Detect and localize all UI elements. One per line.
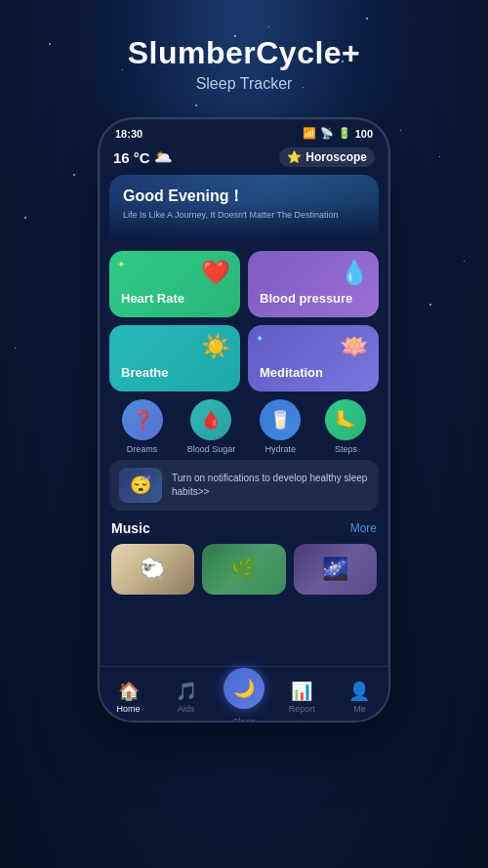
status-right: 📶 📡 🔋 100 bbox=[303, 127, 373, 140]
music-section-title: Music bbox=[111, 520, 150, 536]
battery-level: 100 bbox=[355, 128, 373, 140]
music-card-cosmos[interactable]: 🌌 bbox=[294, 544, 377, 595]
greeting-text: Good Evening！ bbox=[123, 186, 365, 207]
feature-row: ❓ Dreams 🩸 Blood Sugar 🥛 Hydrate 🦶 bbox=[109, 399, 379, 454]
dreams-item[interactable]: ❓ Dreams bbox=[122, 399, 163, 454]
cosmos-emoji: 🌌 bbox=[322, 557, 348, 582]
notification-text: Turn on notifications to develop healthy… bbox=[172, 472, 369, 499]
music-more-button[interactable]: More bbox=[350, 521, 377, 535]
music-card-nature[interactable]: 🌿 bbox=[202, 544, 285, 595]
home-icon: 🏠 bbox=[118, 681, 140, 702]
heart-rate-label: Heart Rate bbox=[121, 291, 228, 306]
hydrate-icon: 🥛 bbox=[269, 409, 291, 431]
hero-banner: Good Evening！ Life Is Like A Journey, It… bbox=[109, 175, 379, 243]
heart-rate-icon: ❤️ bbox=[201, 259, 230, 286]
blood-sugar-label: Blood Sugar bbox=[187, 444, 236, 454]
nature-emoji: 🌿 bbox=[230, 557, 257, 582]
meditation-label: Meditation bbox=[260, 365, 367, 380]
temperature-unit: °C bbox=[134, 149, 150, 166]
wifi-icon: 📶 bbox=[303, 127, 316, 140]
dreams-circle: ❓ bbox=[122, 399, 163, 440]
steps-icon: 🦶 bbox=[335, 409, 356, 431]
app-title: SlumberCycle+ bbox=[0, 35, 488, 71]
meditation-icon: 🪷 bbox=[340, 333, 369, 360]
blood-sugar-circle: 🩸 bbox=[190, 399, 231, 440]
home-label: Home bbox=[117, 704, 141, 714]
horoscope-label: Horoscope bbox=[305, 150, 367, 164]
notification-thumbnail: 😴 bbox=[119, 468, 162, 503]
steps-circle: 🦶 bbox=[325, 399, 366, 440]
breathe-icon: ☀️ bbox=[201, 333, 230, 360]
steps-item[interactable]: 🦶 Steps bbox=[325, 399, 366, 454]
music-section-header: Music More bbox=[111, 520, 377, 536]
app-subtitle: Sleep Tracker bbox=[0, 75, 488, 93]
nav-sleep[interactable]: 🌙 Sleep bbox=[215, 662, 272, 723]
music-section: Music More 🐑 🌿 🌌 bbox=[100, 517, 388, 600]
dreams-icon: ❓ bbox=[132, 409, 153, 431]
sleep-label: Sleep bbox=[232, 717, 255, 723]
bottom-navigation: 🏠 Home 🎵 Aids 🌙 Sleep 📊 Report 👤 Me bbox=[100, 666, 388, 721]
blood-pressure-icon: 💧 bbox=[340, 259, 369, 286]
blood-pressure-card[interactable]: 💧 Blood pressure bbox=[248, 251, 379, 317]
battery-indicator: 🔋 bbox=[338, 127, 351, 140]
steps-label: Steps bbox=[335, 444, 357, 454]
hydrate-circle: 🥛 bbox=[260, 399, 301, 440]
aids-label: Aids bbox=[178, 704, 195, 714]
nav-me[interactable]: 👤 Me bbox=[331, 675, 388, 714]
me-icon: 👤 bbox=[348, 681, 370, 702]
nav-aids[interactable]: 🎵 Aids bbox=[157, 675, 215, 714]
notification-thumb-emoji: 😴 bbox=[130, 475, 151, 496]
breathe-card[interactable]: ☀️ Breathe bbox=[109, 325, 240, 392]
music-cards: 🐑 🌿 🌌 bbox=[111, 544, 377, 595]
phone-frame: 18:30 📶 📡 🔋 100 16 °C 🌥️ ⭐ Horoscope bbox=[98, 117, 390, 723]
sheep-emoji: 🐑 bbox=[140, 557, 166, 582]
notification-bar[interactable]: 😴 Turn on notifications to develop healt… bbox=[109, 460, 379, 511]
temperature-value: 16 bbox=[113, 149, 130, 166]
dreams-label: Dreams bbox=[127, 444, 158, 454]
music-card-sheep[interactable]: 🐑 bbox=[111, 544, 194, 595]
nav-home[interactable]: 🏠 Home bbox=[100, 675, 157, 714]
horoscope-button[interactable]: ⭐ Horoscope bbox=[279, 147, 375, 167]
report-icon: 📊 bbox=[291, 681, 312, 702]
status-time: 18:30 bbox=[115, 128, 142, 140]
quick-grid: ✦ ❤️ Heart Rate 💧 Blood pressure ☀️ Brea… bbox=[109, 251, 379, 392]
phone-content: 18:30 📶 📡 🔋 100 16 °C 🌥️ ⭐ Horoscope bbox=[100, 119, 388, 666]
sparkle-icon-2: ✦ bbox=[256, 333, 264, 344]
report-label: Report bbox=[289, 704, 315, 714]
blood-pressure-label: Blood pressure bbox=[260, 291, 367, 306]
greeting-subtitle: Life Is Like A Journey, It Doesn't Matte… bbox=[123, 210, 365, 220]
heart-rate-card[interactable]: ✦ ❤️ Heart Rate bbox=[109, 251, 240, 317]
sleep-icon: 🌙 bbox=[233, 678, 255, 699]
signal-icon: 📡 bbox=[320, 127, 334, 140]
meditation-card[interactable]: ✦ 🪷 Meditation bbox=[248, 325, 379, 392]
blood-sugar-icon: 🩸 bbox=[200, 409, 222, 431]
hydrate-item[interactable]: 🥛 Hydrate bbox=[260, 399, 301, 454]
weather-emoji: 🌥️ bbox=[154, 148, 173, 166]
star-icon: ⭐ bbox=[287, 150, 302, 164]
status-bar: 18:30 📶 📡 🔋 100 bbox=[100, 119, 388, 144]
sparkle-icon: ✦ bbox=[117, 259, 125, 269]
blood-sugar-item[interactable]: 🩸 Blood Sugar bbox=[187, 399, 236, 454]
me-label: Me bbox=[353, 704, 366, 714]
weather-header: 16 °C 🌥️ ⭐ Horoscope bbox=[100, 144, 388, 175]
aids-icon: 🎵 bbox=[176, 681, 197, 702]
nav-report[interactable]: 📊 Report bbox=[273, 675, 331, 714]
sleep-button[interactable]: 🌙 bbox=[224, 668, 264, 709]
app-title-area: SlumberCycle+ Sleep Tracker bbox=[0, 0, 488, 93]
breathe-label: Breathe bbox=[121, 365, 228, 380]
hydrate-label: Hydrate bbox=[265, 444, 297, 454]
weather-temp: 16 °C 🌥️ bbox=[113, 148, 173, 166]
